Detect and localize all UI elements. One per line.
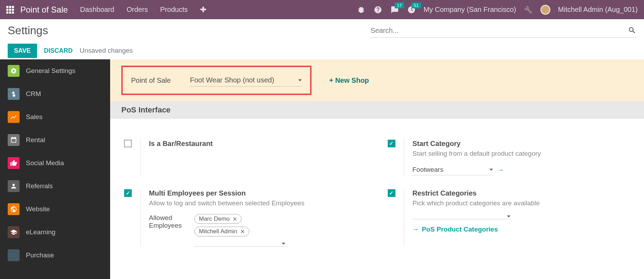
nav-orders[interactable]: Orders <box>127 6 148 14</box>
nav-products[interactable]: Products <box>160 6 188 14</box>
setting-restrict-categories: Restrict Categories Pick which product c… <box>388 189 630 247</box>
chevron-down-icon <box>298 79 302 81</box>
employee-tag: Mitchell Admin ✕ <box>194 227 249 236</box>
chart-icon <box>8 111 20 123</box>
setting-start-category: Start Category Start selling from a defa… <box>388 140 630 175</box>
action-bar: SAVE DISCARD Unsaved changes <box>0 42 644 59</box>
settings-main: Point of Sale Foot Wear Shop (not used) … <box>110 59 644 279</box>
sidebar-item-label: Purchase <box>26 251 54 259</box>
activities-icon[interactable]: 51 <box>407 5 416 14</box>
employee-add-dropdown[interactable] <box>194 241 285 247</box>
sidebar-item-referrals[interactable]: Referrals <box>0 175 110 198</box>
messages-badge: 17 <box>395 2 404 8</box>
pos-selector-bar: Point of Sale Foot Wear Shop (not used) … <box>110 59 644 101</box>
save-button[interactable]: SAVE <box>8 44 37 58</box>
checkbox-restrict-categories[interactable] <box>388 189 395 197</box>
sidebar-item-label: Website <box>26 205 50 213</box>
pos-label: Point of Sale <box>131 76 171 85</box>
activities-badge: 51 <box>412 2 421 8</box>
app-brand[interactable]: Point of Sale <box>20 5 68 15</box>
sidebar-item-general[interactable]: General Settings <box>0 59 110 82</box>
book-icon <box>8 226 20 238</box>
add-menu-icon[interactable]: ✚ <box>200 5 206 14</box>
setting-bar-restaurant: Is a Bar/Restaurant <box>124 140 367 175</box>
user-avatar[interactable] <box>541 5 550 15</box>
setting-desc: Start selling from a default product cat… <box>413 150 630 157</box>
tag-label: Mitchell Admin <box>199 228 237 235</box>
dropdown-value: Footwears <box>413 166 444 174</box>
start-category-dropdown[interactable]: Footwears <box>413 164 493 175</box>
handshake-icon <box>8 88 20 100</box>
allowed-employees-label: Allowed Employees <box>149 214 194 247</box>
globe-icon <box>8 203 20 215</box>
sidebar-item-social[interactable]: Social Media <box>0 152 110 175</box>
setting-desc: Allow to log and switch between selected… <box>149 199 367 207</box>
search-input[interactable] <box>371 24 628 37</box>
subheader: Settings <box>0 19 644 42</box>
page-title: Settings <box>8 24 48 37</box>
settings-sidebar: General Settings CRM Sales Rental Social… <box>0 59 110 279</box>
thumb-icon <box>8 157 20 169</box>
sidebar-item-purchase[interactable]: Purchase <box>0 244 110 261</box>
checkbox-start-category[interactable] <box>388 140 395 147</box>
new-shop-button[interactable]: + New Shop <box>329 76 369 85</box>
bug-icon[interactable] <box>357 5 366 14</box>
chevron-down-icon <box>282 243 285 245</box>
top-navbar: Point of Sale Dashboard Orders Products … <box>0 0 644 19</box>
setting-title: Multi Employees per Session <box>149 189 367 197</box>
company-switcher[interactable]: My Company (San Francisco) <box>424 6 516 14</box>
sidebar-item-sales[interactable]: Sales <box>0 105 110 129</box>
tag-remove-icon[interactable]: ✕ <box>240 228 245 235</box>
search-icon[interactable] <box>628 26 636 35</box>
apps-menu-icon[interactable] <box>6 6 14 14</box>
sidebar-item-label: Social Media <box>26 159 64 167</box>
cart-icon <box>8 249 20 261</box>
sidebar-item-label: eLearning <box>26 228 56 236</box>
sidebar-item-website[interactable]: Website <box>0 198 110 221</box>
gear-icon <box>8 65 20 77</box>
setting-title: Restrict Categories <box>413 189 630 197</box>
sidebar-item-crm[interactable]: CRM <box>0 82 110 105</box>
support-icon[interactable] <box>373 5 382 14</box>
pos-selected-value: Foot Wear Shop (not used) <box>190 76 274 84</box>
arrow-right-icon[interactable]: → <box>497 166 504 174</box>
chevron-down-icon <box>507 215 510 218</box>
messages-icon[interactable]: 17 <box>390 5 399 14</box>
person-icon <box>8 180 20 192</box>
tools-icon[interactable] <box>524 5 533 14</box>
setting-title: Start Category <box>413 140 630 148</box>
link-label: PoS Product Categories <box>422 226 498 233</box>
nav-dashboard[interactable]: Dashboard <box>80 6 114 14</box>
tag-label: Marc Demo <box>199 215 230 222</box>
employee-tag: Marc Demo ✕ <box>194 214 242 224</box>
sidebar-item-label: General Settings <box>26 67 76 75</box>
setting-title: Is a Bar/Restaurant <box>149 140 367 148</box>
pos-select-highlight: Point of Sale Foot Wear Shop (not used) <box>121 66 312 95</box>
arrow-right-icon: → <box>413 226 419 233</box>
sidebar-item-elearning[interactable]: eLearning <box>0 221 110 244</box>
section-header: PoS Interface <box>110 101 644 119</box>
discard-button[interactable]: DISCARD <box>44 47 73 54</box>
checkbox-bar-restaurant[interactable] <box>124 140 132 147</box>
setting-multi-employees: Multi Employees per Session Allow to log… <box>124 189 367 247</box>
calendar-icon <box>8 134 20 146</box>
sidebar-item-label: Sales <box>26 113 43 121</box>
checkbox-multi-employees[interactable] <box>124 189 132 197</box>
tag-remove-icon[interactable]: ✕ <box>232 216 237 222</box>
user-menu[interactable]: Mitchell Admin (Aug_001) <box>558 6 638 14</box>
sidebar-item-rental[interactable]: Rental <box>0 129 110 152</box>
sidebar-item-label: Referrals <box>26 182 53 190</box>
pos-categories-link[interactable]: → PoS Product Categories <box>413 226 630 233</box>
unsaved-indicator: Unsaved changes <box>80 47 133 54</box>
pos-dropdown[interactable]: Foot Wear Shop (not used) <box>190 74 302 87</box>
restrict-categories-dropdown[interactable] <box>413 214 510 219</box>
chevron-down-icon <box>489 169 493 171</box>
sidebar-item-label: Rental <box>26 136 45 144</box>
setting-desc: Pick which product categories are availa… <box>413 199 630 207</box>
sidebar-item-label: CRM <box>26 90 41 98</box>
